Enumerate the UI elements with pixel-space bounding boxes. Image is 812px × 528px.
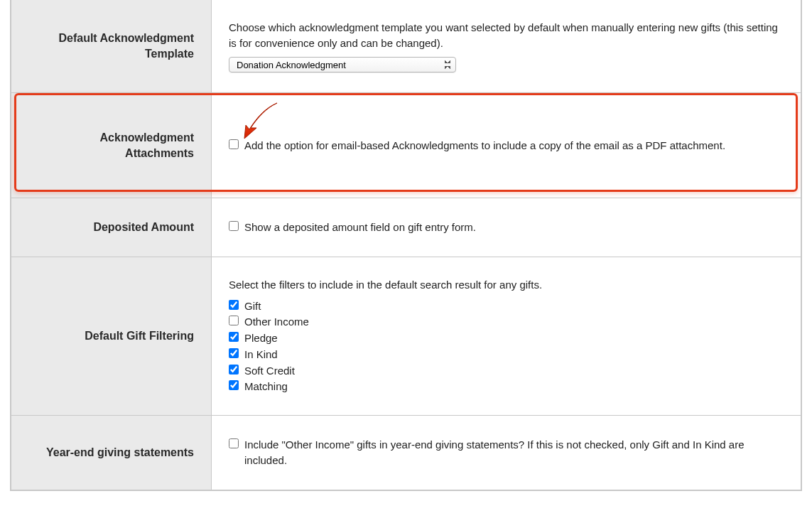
checkbox-label: In Kind: [244, 347, 278, 362]
row-label-ack-attachments: Acknowledgment Attachments: [11, 93, 212, 198]
gift-filter-checkbox[interactable]: [229, 348, 239, 358]
label-text: Default Gift Filtering: [85, 330, 194, 342]
checkbox-label: Add the option for email-based Acknowled…: [244, 138, 725, 153]
settings-table: Default Acknowledgment Template Choose w…: [11, 0, 801, 490]
gift-filter-row[interactable]: Soft Credit: [229, 363, 784, 379]
row-value-deposited-amount: Show a deposited amount field on gift en…: [212, 198, 801, 257]
ack-template-select-wrap: Donation Acknowledgment: [229, 57, 456, 72]
gift-filter-row[interactable]: In Kind: [229, 347, 784, 362]
gift-filter-row[interactable]: Gift: [229, 298, 784, 314]
description-text: Choose which acknowledgment template you…: [229, 20, 784, 51]
checkbox-label: Show a deposited amount field on gift en…: [244, 220, 476, 235]
checkbox-label: Matching: [244, 379, 288, 394]
gift-filter-row[interactable]: Matching: [229, 379, 784, 394]
gift-filter-checkbox[interactable]: [229, 300, 239, 310]
row-label-default-gift-filtering: Default Gift Filtering: [11, 257, 212, 415]
year-end-checkbox[interactable]: [229, 438, 239, 448]
row-value-default-ack-template: Choose which acknowledgment template you…: [212, 0, 801, 93]
gift-filter-checkbox[interactable]: [229, 332, 239, 342]
checkbox-label: Pledge: [244, 330, 278, 346]
row-label-year-end: Year-end giving statements: [11, 416, 212, 490]
checkbox-label: Gift: [244, 298, 261, 314]
label-text: Year-end giving statements: [46, 446, 194, 458]
gift-filter-checkbox[interactable]: [229, 365, 239, 375]
gift-filter-row[interactable]: Pledge: [229, 330, 784, 346]
row-label-default-ack-template: Default Acknowledgment Template: [11, 0, 212, 93]
checkbox-label: Soft Credit: [244, 363, 295, 379]
deposited-amount-checkbox[interactable]: [229, 221, 239, 231]
deposited-amount-checkbox-row[interactable]: Show a deposited amount field on gift en…: [229, 220, 784, 235]
gift-filter-checkbox[interactable]: [229, 380, 239, 390]
label-text: Default Acknowledgment Template: [58, 32, 194, 60]
ack-attachments-checkbox[interactable]: [229, 139, 239, 149]
checkbox-label: Include "Other Income" gifts in year-end…: [244, 437, 784, 468]
label-text: Acknowledgment Attachments: [100, 131, 194, 159]
label-text: Deposited Amount: [93, 221, 194, 233]
checkbox-label: Other Income: [244, 314, 309, 330]
row-label-deposited-amount: Deposited Amount: [11, 198, 212, 257]
row-value-default-gift-filtering: Select the filters to include in the def…: [212, 257, 801, 415]
gift-filter-checkbox[interactable]: [229, 316, 239, 325]
settings-panel: Default Acknowledgment Template Choose w…: [10, 0, 802, 491]
gift-filter-list: Gift Other Income Pledge In Kind: [229, 298, 784, 395]
ack-template-select[interactable]: Donation Acknowledgment: [229, 57, 456, 72]
row-value-ack-attachments: Add the option for email-based Acknowled…: [212, 93, 801, 198]
row-value-year-end: Include "Other Income" gifts in year-end…: [212, 416, 801, 490]
description-text: Select the filters to include in the def…: [229, 277, 784, 293]
ack-attachments-checkbox-row[interactable]: Add the option for email-based Acknowled…: [229, 138, 784, 153]
gift-filter-row[interactable]: Other Income: [229, 314, 784, 330]
year-end-checkbox-row[interactable]: Include "Other Income" gifts in year-end…: [229, 437, 784, 468]
